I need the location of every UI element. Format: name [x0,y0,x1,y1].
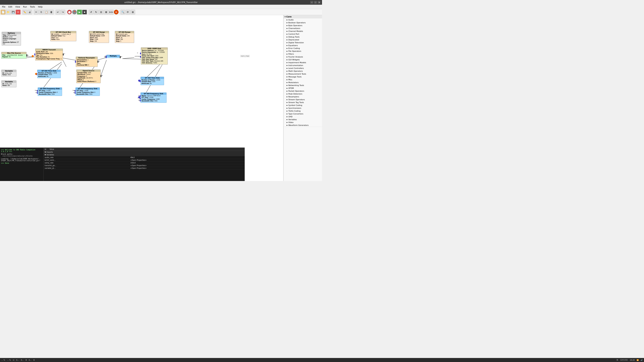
sidebar-item-digital-tv[interactable]: ▶ Digital Television [284,41,322,44]
stop-button[interactable]: ■ [82,10,87,14]
sidebar-item-synchronizers[interactable]: ▶ Synchronizers [284,107,322,110]
run-button[interactable]: ▶ [77,10,82,14]
block-variable2[interactable]: Variable Id: audio_rate Value: 48k [1,80,16,87]
sidebar-item-ofdm[interactable]: ▶ OFDM [284,87,322,90]
rotate-ccw-button[interactable]: ↺ [89,10,94,14]
block-qt-range1[interactable]: QT GUI Range Id: b210_centre_freq Defaul… [89,31,109,43]
rotate-cw-button[interactable]: ↻ [94,10,98,14]
menu-view[interactable]: View [14,5,21,8]
sidebar-item-debug-tools[interactable]: ▶ Debug Tools [284,35,322,38]
close-button[interactable]: ✕ [318,1,321,4]
block-qt-checkbox[interactable]: QT GUI Check Box Id: variable___i_check_… [50,31,76,41]
sidebar-item-measurement-tools[interactable]: ▶ Measurement Tools [284,72,322,75]
sidebar-core-header[interactable]: ▼ Core [284,15,322,18]
close-button2[interactable]: ✕ [16,10,20,14]
block-qt-time-sink2[interactable]: QT GUI Time Sink Number of Points: 1.024… [140,77,164,85]
menu-file[interactable]: File [1,5,7,8]
sidebar-item-networking[interactable]: ▶ Networking Tools [284,84,322,87]
sidebar-item-deprecated[interactable]: ▶ Deprecated [284,38,322,41]
prop-val-variable-qt[interactable]: <Open Properties> [129,167,245,170]
sidebar-item-misc[interactable]: ▶ Misc [284,78,322,81]
menu-help[interactable]: Help [36,5,44,8]
search-button[interactable]: 🔍 [120,10,125,14]
sidebar-item-peak-detectors[interactable]: ▶ Peak Detectors [284,92,322,95]
maximize-button[interactable]: □ [314,1,317,4]
sidebar-item-filters[interactable]: ▶ Filters [284,53,322,55]
undo-button[interactable]: ↩ [56,10,60,14]
stop-errors-button[interactable]: ⬤ [67,10,72,14]
sidebar-item-gui-widgets[interactable]: ▶ GUI Widgets [284,58,322,61]
menu-tools[interactable]: Tools [29,5,36,8]
sidebar-item-modulators[interactable]: ▶ Modulators [284,81,322,84]
sidebar-item-video[interactable]: ▶ Video [284,121,322,124]
prop-val-transmit-gain[interactable]: <Open Properties> [129,164,245,167]
sidebar-item-message-tools[interactable]: ▶ Message Tools [284,75,322,78]
block-usrp-sink[interactable]: UHD: USRP Sink Device Address: ser...31C… [141,47,168,64]
sidebar-item-level-controllers[interactable]: ▶ Level Controllers [284,67,322,70]
sidebar-item-uhd[interactable]: ▶ UHD [284,115,322,118]
sidebar-item-symbol-coding[interactable]: ▶ Symbol Coding [284,104,322,107]
sidebar-item-audio[interactable]: ▶ Audio [284,18,322,21]
canvas-area[interactable]: Options Title: FMTransmitter Author: yul… [0,15,284,181]
sidebar-item-type-converters[interactable]: ▶ Type Converters [284,112,322,115]
block-wav-source[interactable]: Wav File Source File: ...ansmitter/王菲 - … [1,52,26,59]
align-left-button[interactable]: ⊟ [99,10,104,14]
skip-button[interactable]: ⊳⊳ [109,10,114,14]
edit-button[interactable]: ✏️ [22,10,27,14]
sidebar-item-channel-models[interactable]: ▶ Channel Models [284,30,322,33]
cut-button[interactable]: ✂ [34,10,38,14]
block-qt-freq-sink2[interactable]: QT GUI Frequency Sink FFT Size: 1.024k C… [76,87,100,96]
copy-button[interactable]: ⎘ [39,10,44,14]
new-button[interactable]: 📄 [1,10,5,14]
save-button[interactable]: 💾 [11,10,16,14]
open-button[interactable]: 📁 [6,10,10,14]
sidebar-item-boolean-operators[interactable]: ▶ Boolean Operators [284,21,322,24]
block-options[interactable]: Options Title: FMTransmitter Author: yul… [2,32,21,45]
align-grid-button[interactable]: ⊞ [130,10,135,14]
align-right-button[interactable]: ⊠ [104,10,108,14]
enable-button[interactable]: 📍 [72,10,77,14]
block-qt-freq-sink1[interactable]: QT GUI Frequency Sink FFT Size: 1.024k C… [38,87,62,96]
props-table[interactable]: ▼ Imports ▼ Variables audio_rate 48e3 b2… [44,151,245,181]
menu-edit[interactable]: Edit [7,5,14,8]
block-rational-resampler[interactable]: Rational Resampler Interpolation: 1 Deci… [76,57,98,67]
print-button[interactable]: 🖨 [27,10,32,14]
block-wbfm[interactable]: WBFM Transmit Audio Rate: 48k Quadrature… [35,49,63,60]
sidebar-item-resamplers[interactable]: ▶ Resamplers [284,95,322,98]
menu-run[interactable]: Run [22,5,28,8]
sidebar-item-channelizers[interactable]: ▶ Channelizers [284,27,322,30]
prop-row-b210[interactable]: b210_centr... <Open Properties> [44,159,245,162]
block-variable1[interactable]: Variable Id: samp_rate Value: 192k [1,70,16,77]
prop-row-audio-rate[interactable]: audio_rate 48e3 [44,156,245,159]
redo-button[interactable]: ↪ [60,10,65,14]
sidebar-item-impairment[interactable]: ▶ Impairment Models [284,61,322,64]
sidebar-item-packet-operators[interactable]: ▶ Packet Operators [284,90,322,92]
prop-val-b210[interactable]: <Open Properties> [129,159,245,162]
sidebar-item-byte-operators[interactable]: ▶ Byte Operators [284,24,322,27]
paste-button[interactable]: 📋 [44,10,49,14]
error-check-button[interactable]: ⊗ [114,10,118,14]
prop-row-variable-qt[interactable]: variable_qt... <Open Properties> [44,167,245,170]
sidebar-item-stream-operators[interactable]: ▶ Stream Operators [284,98,322,101]
block-qt-time-sink1[interactable]: QT GUI Time Sink Number of Points: 1.024… [37,70,61,78]
sidebar-item-error-coding[interactable]: ▶ Error Coding [284,47,322,50]
sidebar-item-waveform-generators[interactable]: ▶ Waveform Generators [284,124,322,127]
minimize-button[interactable]: ─ [310,1,313,4]
sidebar-item-stream-tag-tools[interactable]: ▶ Stream Tag Tools [284,101,322,104]
block-multiply[interactable]: Multiply in0 in1 out [106,55,120,58]
sidebar-item-variables[interactable]: ▶ Variables [284,118,322,121]
sidebar-item-file-operators[interactable]: ▶ File Operators [284,50,322,53]
sidebar-item-fourier[interactable]: ▶ Fourier Analysis [284,55,322,58]
sidebar-item-instrumentation[interactable]: ▶ Instrumentation [284,64,322,67]
sidebar-item-control-port[interactable]: ▶ Control Port [284,33,322,35]
block-qt-range2[interactable]: QT GUI Range Id: transmit_gain Default V… [115,31,134,43]
block-signal-source[interactable]: Signal Source Sample Rate: 192k Waveform… [76,69,100,83]
sidebar-item-equalizers[interactable]: ▶ Equalizers [284,44,322,47]
prop-row-samp-rate[interactable]: samp_rate 192e3 [44,162,245,164]
sidebar-item-trellis-coding[interactable]: ▶ Trellis Coding [284,110,322,112]
block-qt-freq-sink3[interactable]: QT GUI Frequency Sink Name: signal to US… [140,92,166,103]
refresh-button[interactable]: ⟳ [126,10,130,14]
prop-row-transmit-gain[interactable]: transmit_ga... <Open Properties> [44,164,245,167]
sidebar-item-math-operators[interactable]: ▶ Math Operators [284,70,322,72]
delete-button[interactable]: 🗑 [49,10,54,14]
